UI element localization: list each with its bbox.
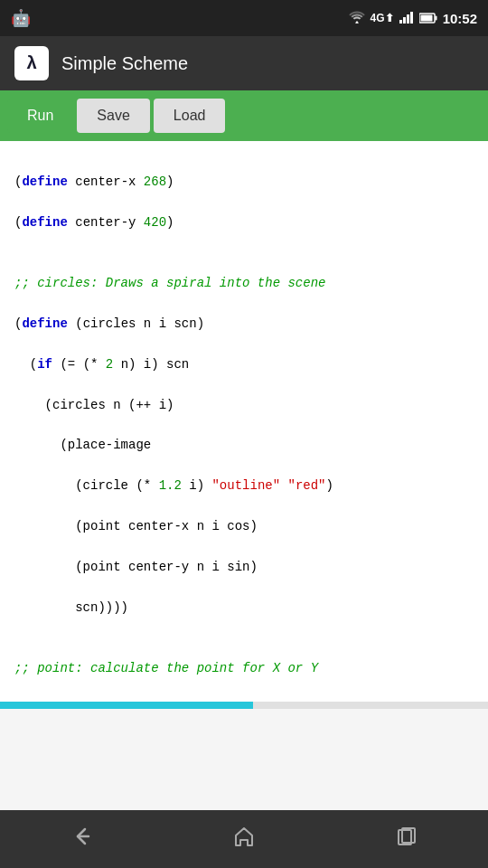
code-line: ;; point: calculate the point for X or Y	[14, 658, 474, 678]
code-line: ;; circles: Draws a spiral into the scen…	[14, 273, 474, 293]
svg-rect-3	[410, 12, 413, 24]
time-display: 10:52	[443, 11, 477, 26]
app-bar: λ Simple Scheme	[0, 36, 488, 90]
code-line: (circle (* 1.2 i) "outline" "red")	[14, 476, 474, 495]
code-line: (define (circles n i scn)	[14, 314, 474, 334]
svg-rect-5	[435, 15, 436, 20]
app-title: Simple Scheme	[61, 53, 188, 74]
toolbar: Run Save Load	[0, 90, 488, 141]
nav-bar	[0, 810, 488, 868]
code-line: scn))))	[14, 598, 474, 618]
signal-icon	[399, 11, 414, 26]
code-editor[interactable]: (define center-x 268) (define center-y 4…	[0, 141, 488, 702]
recent-button[interactable]	[380, 821, 434, 857]
home-icon	[231, 824, 257, 854]
status-bar: 🤖 4G⬆	[0, 0, 488, 36]
code-line: (define center-x 268)	[14, 172, 474, 192]
back-button[interactable]	[54, 821, 108, 857]
code-line: (point center-x n i cos)	[14, 516, 474, 536]
scroll-thumb	[0, 702, 253, 709]
scroll-indicator[interactable]	[0, 702, 488, 709]
svg-rect-6	[420, 14, 432, 21]
code-line: (define center-y 420)	[14, 212, 474, 232]
app-logo: λ	[14, 46, 49, 80]
code-content: (define center-x 268) (define center-y 4…	[14, 152, 474, 702]
code-line: (if (= (* 2 n) i) scn	[14, 354, 474, 374]
status-right: 4G⬆ 10:52	[349, 11, 477, 26]
network-icon: 4G⬆	[371, 12, 394, 24]
battery-icon	[419, 11, 437, 26]
wifi-icon	[349, 11, 365, 26]
load-button[interactable]: Load	[154, 99, 226, 133]
run-button[interactable]: Run	[7, 99, 73, 133]
status-left: 🤖	[11, 8, 31, 28]
recent-icon	[394, 824, 419, 854]
code-line: (point center-y n i sin)	[14, 557, 474, 577]
code-line: (place-image	[14, 435, 474, 455]
svg-rect-1	[403, 17, 406, 24]
back-icon	[69, 824, 94, 854]
android-icon: 🤖	[11, 8, 31, 28]
lambda-symbol: λ	[26, 53, 37, 74]
svg-rect-0	[399, 20, 402, 24]
home-button[interactable]	[217, 821, 271, 857]
content-spacer	[0, 709, 488, 810]
code-line: (circles n (++ i)	[14, 395, 474, 415]
svg-rect-2	[407, 14, 409, 24]
save-button[interactable]: Save	[77, 99, 149, 133]
